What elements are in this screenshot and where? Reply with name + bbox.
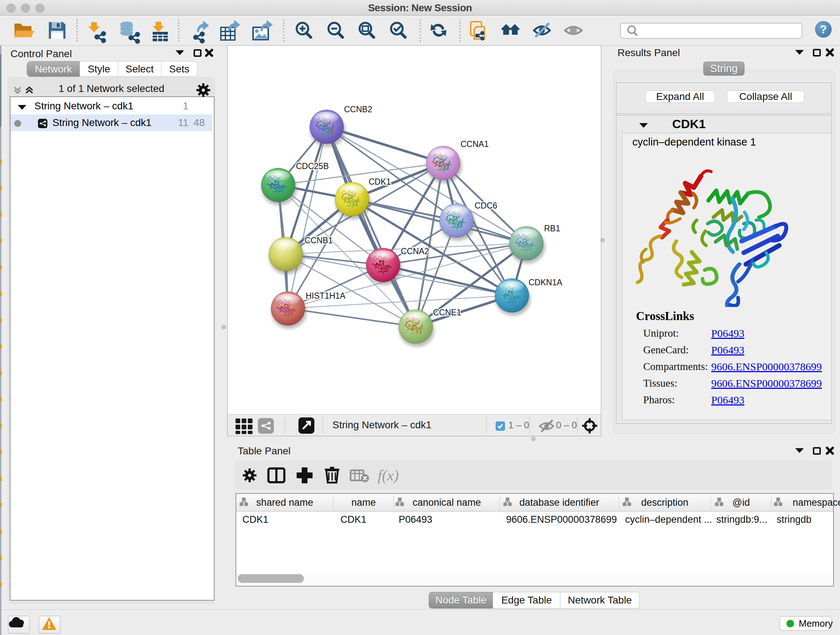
svg-text:CCNB2: CCNB2 — [344, 105, 372, 114]
svg-text:CDK1: CDK1 — [369, 177, 391, 187]
svg-text:CCNE1: CCNE1 — [433, 308, 461, 317]
svg-text:RB1: RB1 — [544, 224, 561, 233]
svg-text:CCNB1: CCNB1 — [305, 236, 333, 245]
svg-text:CDC6: CDC6 — [475, 201, 497, 211]
svg-text:CDC25B: CDC25B — [296, 162, 329, 171]
svg-text:CCNA1: CCNA1 — [461, 139, 489, 149]
svg-text:HIST1H1A: HIST1H1A — [306, 291, 346, 301]
svg-text:CDKN1A: CDKN1A — [529, 278, 562, 287]
svg-text:CCNA2: CCNA2 — [401, 247, 429, 256]
